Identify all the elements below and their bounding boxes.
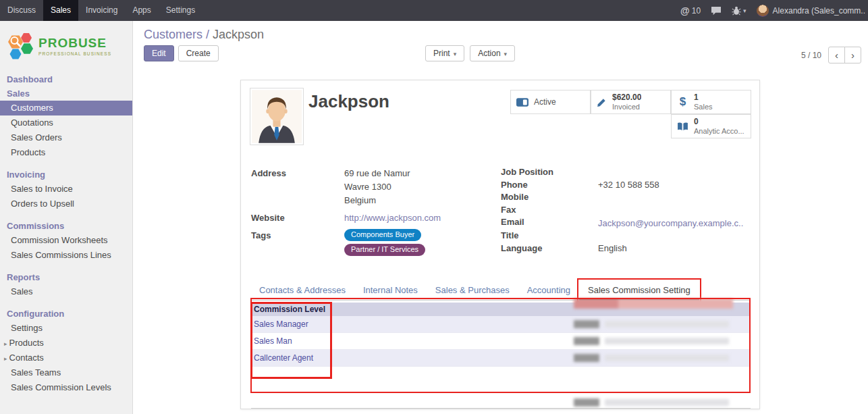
email-link[interactable]: Jackpson@yourcompany.example.c.. <box>598 217 743 230</box>
address-line: 69 rue de Namur <box>344 167 410 180</box>
messages-button[interactable] <box>711 6 722 16</box>
sidebar-item-sales-teams[interactable]: Sales Teams <box>0 365 132 380</box>
redacted-cell <box>574 320 599 328</box>
sidebar-item-sales-report[interactable]: Sales <box>0 284 132 299</box>
website-label: Website <box>251 211 344 225</box>
sidebar-item-contacts-config[interactable]: ▸Contacts <box>0 351 132 365</box>
fax-label: Fax <box>501 205 598 215</box>
sales-count-value: 1 <box>694 93 713 102</box>
sidebar-item-sales-orders[interactable]: Sales Orders <box>0 130 132 145</box>
sidebar-section-sales[interactable]: Sales <box>0 86 132 101</box>
active-stat-button[interactable]: Active <box>510 90 591 114</box>
commission-row-callcenter-agent[interactable]: Callcenter Agent <box>251 350 751 367</box>
commission-level-name: Sales Man <box>254 336 292 346</box>
record-title: Jackpson <box>308 91 389 112</box>
probuse-logo-icon <box>5 32 34 60</box>
sidebar-item-label: Products <box>9 338 44 348</box>
redacted-cell <box>574 337 599 345</box>
top-navbar: Discuss Sales Invoicing Apps Settings @ … <box>0 0 868 21</box>
tab-sales-commission-setting[interactable]: Sales Commission Setting <box>579 280 699 301</box>
at-icon: @ <box>680 5 690 16</box>
mentions-button[interactable]: @ 10 <box>680 5 701 16</box>
sidebar-item-products-config[interactable]: ▸Products <box>0 336 132 351</box>
pager-next-button[interactable]: › <box>844 47 861 63</box>
commission-level-list: Commission Level Sales Manager Sales Man… <box>251 303 751 392</box>
website-link[interactable]: http://www.jackpson.com <box>344 211 441 225</box>
sidebar-item-settings[interactable]: Settings <box>0 321 132 336</box>
sidebar-item-customers[interactable]: Customers <box>0 101 132 115</box>
pager: 5 / 10 ‹ › <box>801 47 861 63</box>
sidebar: PROBUSE PROFESSIONAL BUSINESS Dashboard … <box>0 21 133 414</box>
redacted-cell <box>574 354 599 362</box>
book-icon <box>677 122 688 131</box>
sidebar-section-commissions[interactable]: Commissions <box>0 219 132 233</box>
mention-count: 10 <box>692 6 701 16</box>
language-label: Language <box>501 243 598 253</box>
right-field-group: Job Position Phone+32 10 588 558 Mobile … <box>501 167 747 255</box>
invoiced-stat-button[interactable]: $620.00 Invoiced <box>591 90 671 114</box>
caret-down-icon: ▾ <box>454 51 457 57</box>
commission-row-sales-manager[interactable]: Sales Manager <box>251 316 751 333</box>
topbar-menu-apps[interactable]: Apps <box>125 0 158 21</box>
pager-previous-button[interactable]: ‹ <box>828 47 845 63</box>
sidebar-item-sales-to-invoice[interactable]: Sales to Invoice <box>0 182 132 197</box>
invoiced-value: $620.00 <box>612 93 641 102</box>
sidebar-item-orders-to-upsell[interactable]: Orders to Upsell <box>0 197 132 211</box>
tab-contacts-addresses[interactable]: Contacts & Addresses <box>250 280 354 300</box>
user-name: Alexandra (Sales_comm.. <box>773 6 865 16</box>
job-position-label: Job Position <box>501 167 598 177</box>
sidebar-item-commission-worksheets[interactable]: Commission Worksheets <box>0 233 132 248</box>
user-menu[interactable]: Alexandra (Sales_comm.. <box>757 5 865 17</box>
topbar-menu-settings[interactable]: Settings <box>159 0 202 21</box>
commission-row-sales-man[interactable]: Sales Man <box>251 333 751 350</box>
redacted-cell <box>574 398 599 407</box>
sidebar-section-dashboard[interactable]: Dashboard <box>0 72 132 86</box>
breadcrumb: Customers / Jackpson <box>144 28 264 42</box>
sales-stat-button[interactable]: $ 1 Sales <box>671 90 751 114</box>
app-logo: PROBUSE PROFESSIONAL BUSINESS <box>0 21 132 70</box>
caret-down-icon: ▾ <box>743 7 747 14</box>
sidebar-section-reports[interactable]: Reports <box>0 270 132 284</box>
logo-title: PROBUSE <box>38 36 111 49</box>
sidebar-section-invoicing[interactable]: Invoicing <box>0 167 132 182</box>
analytic-accounts-stat-button[interactable]: 0 Analytic Acco... <box>671 114 751 138</box>
tab-accounting[interactable]: Accounting <box>518 280 579 300</box>
tags-label: Tags <box>251 229 344 242</box>
topbar-menu-sales[interactable]: Sales <box>43 0 78 21</box>
tab-internal-notes[interactable]: Internal Notes <box>354 280 427 300</box>
action-label: Action <box>478 49 500 58</box>
column-header-commission-level: Commission Level <box>254 305 325 314</box>
logo-subtitle: PROFESSIONAL BUSINESS <box>38 51 111 56</box>
caret-right-icon: ▸ <box>4 340 7 347</box>
analytic-count-label: Analytic Acco... <box>694 127 744 136</box>
caret-right-icon: ▸ <box>4 355 7 362</box>
bug-icon <box>732 5 741 16</box>
pager-count: 5 / 10 <box>801 51 821 60</box>
sidebar-item-sales-commissions-lines[interactable]: Sales Commissions Lines <box>0 248 132 263</box>
topbar-menu-discuss[interactable]: Discuss <box>0 0 43 21</box>
create-button[interactable]: Create <box>178 45 219 61</box>
user-avatar <box>757 5 769 17</box>
sidebar-section-configuration[interactable]: Configuration <box>0 307 132 321</box>
tab-sales-purchases[interactable]: Sales & Purchases <box>427 280 518 300</box>
sales-count-label: Sales <box>694 103 713 111</box>
sidebar-item-quotations[interactable]: Quotations <box>0 115 132 130</box>
redacted-cell <box>605 399 729 406</box>
sidebar-item-label: Contacts <box>9 353 44 363</box>
redacted-cell <box>605 355 729 361</box>
debug-menu-button[interactable]: ▾ <box>732 5 747 16</box>
sidebar-item-products[interactable]: Products <box>0 145 132 160</box>
list-header-row[interactable]: Commission Level <box>251 303 751 316</box>
breadcrumb-customers-link[interactable]: Customers <box>144 28 202 41</box>
active-toggle-icon <box>516 98 528 107</box>
dollar-icon: $ <box>677 95 688 109</box>
empty-rows-area <box>251 367 751 392</box>
sidebar-item-sales-commission-levels[interactable]: Sales Commission Levels <box>0 380 132 395</box>
breadcrumb-separator: / <box>206 28 209 41</box>
print-dropdown-button[interactable]: Print▾ <box>425 45 464 61</box>
left-field-group: Address 69 rue de Namur Wavre 1300 Belgi… <box>251 167 487 260</box>
topbar-menu-invoicing[interactable]: Invoicing <box>78 0 125 21</box>
phone-value: +32 10 588 558 <box>598 180 659 190</box>
action-dropdown-button[interactable]: Action▾ <box>470 45 515 61</box>
edit-button[interactable]: Edit <box>144 45 174 61</box>
